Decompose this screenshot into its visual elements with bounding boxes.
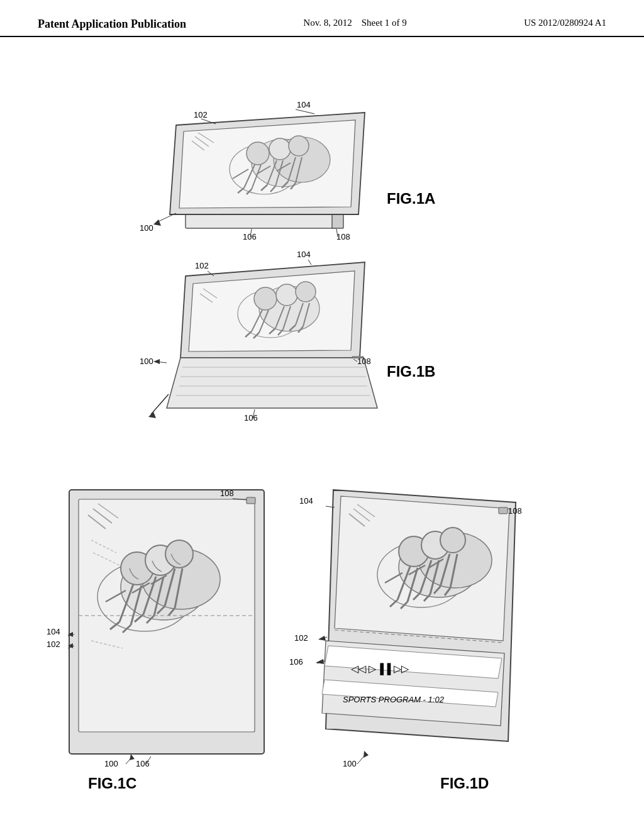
fig1d-group: ◁◁ ▷▐▐ ▷▷ SPORTS PROGRAM - 1:02 104 102 …	[289, 490, 522, 792]
ref-106-1b: 106	[244, 413, 258, 423]
svg-marker-66	[153, 359, 160, 364]
header-date: Nov. 8, 2012	[303, 18, 352, 28]
media-controls-text: ◁◁ ▷▐▐ ▷▷	[351, 663, 409, 675]
fig1b-group: 102 104 100 108 106 FIG.1B	[140, 250, 435, 423]
ref-100-1b: 100	[140, 357, 153, 366]
header-center: Nov. 8, 2012 Sheet 1 of 9	[303, 18, 406, 28]
header-title: Patent Application Publication	[38, 18, 186, 31]
sports-program-text: SPORTS PROGRAM - 1:02	[343, 695, 445, 704]
fig1b-label: FIG.1B	[387, 363, 435, 380]
ref-100-1c: 100	[104, 759, 118, 768]
ref-102-1c: 102	[47, 639, 60, 649]
fig1d-label: FIG.1D	[440, 775, 489, 792]
ref-100-1a: 100	[140, 223, 153, 233]
svg-marker-31	[153, 219, 161, 226]
svg-rect-138	[499, 507, 508, 514]
svg-rect-99	[247, 497, 255, 504]
ref-104-1b: 104	[297, 250, 311, 259]
ref-106-1d: 106	[289, 657, 303, 667]
svg-marker-56	[167, 358, 377, 408]
page-header: Patent Application Publication Nov. 8, 2…	[0, 0, 644, 37]
svg-point-11	[269, 138, 291, 160]
ref-104-1c: 104	[47, 627, 60, 636]
ref-102-1a: 102	[194, 110, 208, 119]
ref-106-1c: 106	[136, 759, 150, 768]
svg-marker-145	[364, 751, 369, 758]
ref-108-1b: 108	[357, 357, 371, 366]
svg-point-10	[247, 142, 269, 165]
fig1c-label: FIG.1C	[88, 775, 136, 792]
fig1c-group: 104 102 100 106 108 FIG.1C	[47, 489, 264, 792]
svg-point-118	[440, 528, 465, 553]
ref-106-1a: 106	[243, 232, 257, 241]
svg-marker-105	[130, 754, 135, 760]
header-sheet: Sheet 1 of 9	[362, 18, 407, 28]
ref-104-1a: 104	[297, 100, 311, 109]
svg-line-64	[308, 260, 311, 265]
ref-100-1d: 100	[343, 759, 357, 768]
svg-line-61	[151, 394, 169, 414]
ref-108-1c: 108	[220, 489, 234, 498]
svg-line-29	[296, 109, 314, 114]
header-right: US 2012/0280924 A1	[524, 18, 606, 28]
ref-104-1d: 104	[299, 496, 313, 506]
svg-rect-1	[332, 214, 343, 228]
patent-drawing: 102 104 100 106 108 FIG.1A	[0, 37, 644, 817]
svg-point-12	[289, 136, 309, 156]
svg-rect-0	[186, 214, 336, 228]
svg-point-41	[276, 284, 297, 306]
ref-108-1a: 108	[336, 232, 350, 241]
svg-point-40	[254, 287, 277, 310]
page-content: 102 104 100 106 108 FIG.1A	[0, 37, 644, 817]
svg-marker-141	[318, 636, 326, 641]
fig1a-label: FIG.1A	[387, 190, 435, 207]
svg-point-42	[296, 282, 316, 302]
ref-108-1d: 108	[508, 506, 522, 516]
fig1a-group: 102 104 100 106 108 FIG.1A	[140, 100, 435, 241]
ref-102-1d: 102	[294, 633, 308, 643]
ref-102-1b: 102	[195, 261, 209, 270]
